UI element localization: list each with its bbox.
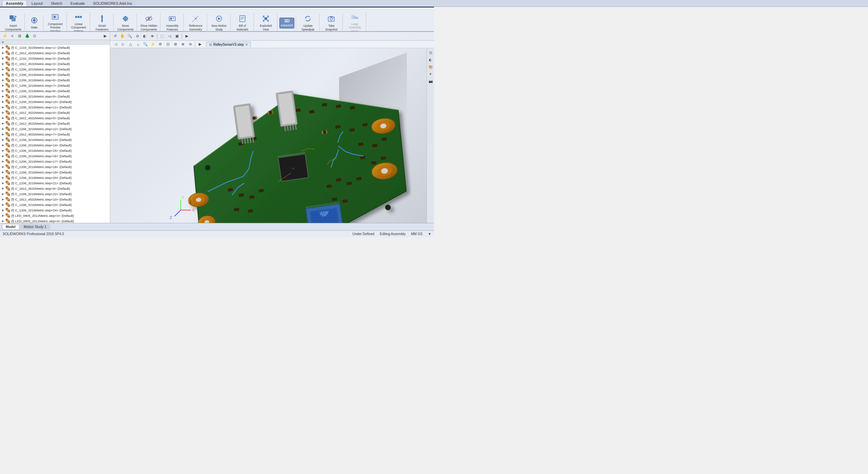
show-hidden-icon xyxy=(145,15,153,23)
tree-item[interactable]: ▶(f) C_1206_3216Metric.step<15> (Default… xyxy=(0,148,110,153)
bottom-tab-model[interactable]: Model xyxy=(2,224,19,230)
tree-item-icon xyxy=(5,148,10,153)
reference-geometry-button[interactable]: Reference Geometry xyxy=(186,14,205,32)
rp-appearance-button[interactable]: 🎨 xyxy=(428,64,434,70)
rp-display-button[interactable]: ◐ xyxy=(428,57,434,63)
tree-item[interactable]: ▶(f) C_1812_4532Metric.step<3> (Default) xyxy=(0,61,110,66)
more-vp-button[interactable]: ▶ xyxy=(197,41,203,48)
statusbar-right: Under Defined Editing Assembly MM GS ▼ xyxy=(353,232,431,236)
bottom-tab-motion-study[interactable]: Motion Study 1 xyxy=(20,224,50,230)
tree-item[interactable]: ▶(f) C_1206_3216Metric.step<10> (Default… xyxy=(0,99,110,104)
view-prev-button[interactable]: ◁ xyxy=(166,33,173,40)
tree-item[interactable]: ▶(f) C_1812_4532Metric.step<5> (Default) xyxy=(0,115,110,121)
tree-item[interactable]: ▶(f) C_1206_3216Metric.step<23> (Default… xyxy=(0,202,110,207)
smart-fasteners-button[interactable]: Smart Fasteners xyxy=(92,14,112,32)
view-orient-button[interactable]: ⬚ xyxy=(159,33,165,40)
instant3d-button[interactable]: 3D Instant3D xyxy=(279,18,294,28)
home-button[interactable]: ⌂ xyxy=(135,41,141,48)
component-preview-button[interactable]: Component Preview Window xyxy=(45,13,65,32)
view-zoom-button[interactable]: 🔍 xyxy=(126,33,133,40)
mate-button[interactable]: Mate xyxy=(27,16,42,30)
sidebar-icon-view-button[interactable]: ⊞ xyxy=(16,33,23,39)
sidebar-tree-button[interactable]: 🌲 xyxy=(24,33,31,39)
view-more-button[interactable]: ▶ xyxy=(183,33,190,40)
back-button[interactable]: ◁ xyxy=(112,41,119,48)
tree-item-icon xyxy=(5,181,10,185)
tree-item[interactable]: ▶(f) C_1206_3216Metric.step<14> (Default… xyxy=(0,142,110,148)
up-button[interactable]: △ xyxy=(127,41,134,48)
tree-item[interactable]: ▶(f) C_1812_4532Metric.step<6> (Default) xyxy=(0,121,110,126)
tree-item[interactable]: ▶(f) C_1210_3225Metric.step<3> (Default) xyxy=(0,56,110,61)
tree-item[interactable]: ▶(f) C_1206_3216Metric.step<24> (Default… xyxy=(0,207,110,213)
show-hidden-button[interactable]: Show Hidden Components xyxy=(139,14,159,32)
update-speedpak-button[interactable]: Update Speedpak xyxy=(298,14,318,32)
tree-item[interactable]: ▶(f) C_1206_3216Metric.step<7> (Default) xyxy=(0,83,110,88)
tree-item[interactable]: ▶(f) C_1206_3216Metric.step<16> (Default… xyxy=(0,153,110,159)
tree-item[interactable]: ▶(f) LED_0805_2012Metric.step<4> (Defaul… xyxy=(0,218,110,223)
tree-item[interactable]: ▶(f) C_1812_4532Metric.step<7> (Default) xyxy=(0,131,110,137)
tree-item[interactable]: ▶(f) C_1206_3216Metric.step<9> (Default) xyxy=(0,94,110,99)
tree-item[interactable]: ▶(f) C_1206_3216Metric.step<13> (Default… xyxy=(0,137,110,142)
tree-item-label: (f) C_1206_3216Metric.step<24> (Default) xyxy=(11,208,72,212)
tree-item[interactable]: ▶(f) C_1206_3216Metric.step<20> (Default… xyxy=(0,175,110,180)
tree-item[interactable]: ▶(f) C_1206_3216Metric.step<5> (Default) xyxy=(0,72,110,77)
tree-item[interactable]: ▶(f) C_1206_3216Metric.step<8> (Default) xyxy=(0,88,110,94)
view-hide-button[interactable]: 👁 xyxy=(149,33,156,40)
view-rotate-button[interactable]: ↺ xyxy=(112,33,118,40)
tree-item[interactable]: ▶(f) C_1206_3216Metric.step<22> (Default… xyxy=(0,191,110,197)
zoom-fit-button[interactable]: ⊡ xyxy=(164,41,171,48)
tree-item[interactable]: ▶(f) C_1206_3216Metric.step<21> (Default… xyxy=(0,180,110,186)
insert-components-button[interactable]: Insert Components xyxy=(3,14,23,32)
pcb-3d-view: IC xyxy=(110,48,434,223)
view-section-button[interactable]: ⊘ xyxy=(134,33,141,40)
tree-item[interactable]: ▶(f) C_1812_4532Metric.step<2> (Default) xyxy=(0,50,110,56)
file-tab[interactable]: ⊞ RidleySenseV3.step ✕ xyxy=(206,42,251,47)
tree-item[interactable]: ▶(f) C_1206_3216Metric.step<18> (Default… xyxy=(0,164,110,169)
snapshot-button[interactable]: Take Snapshot xyxy=(321,14,341,32)
ribbon-group-insert: Insert Components xyxy=(2,14,25,32)
tree-item[interactable]: ▶(f) C_1206_3216Metric.step<6> (Default) xyxy=(0,77,110,83)
filter-vp-button[interactable]: ⚡ xyxy=(150,41,156,48)
forward-button[interactable]: ▷ xyxy=(120,41,126,48)
view-display-button[interactable]: ◐ xyxy=(141,33,148,40)
large-assembly-mode-button[interactable]: Large Assembly Mode xyxy=(345,13,364,32)
tree-item[interactable]: ▶(f) C_1812_4532Metric.step<10> (Default… xyxy=(0,197,110,202)
svg-line-251 xyxy=(284,126,285,131)
sidebar-filter2-button[interactable]: ⊙ xyxy=(31,33,38,39)
tree-item[interactable]: ▶(f) C_1206_3216Metric.step<4> (Default) xyxy=(0,66,110,72)
svg-rect-105 xyxy=(7,149,9,151)
svg-rect-57 xyxy=(7,63,9,65)
exploded-view-button[interactable]: Exploded View xyxy=(256,14,276,32)
view-std-button[interactable]: ▣ xyxy=(174,33,180,40)
rp-scene-button[interactable]: ☀ xyxy=(428,71,434,77)
tree-item[interactable]: ▶(f) C_1206_3216Metric.step<12> (Default… xyxy=(0,126,110,131)
move-components-button[interactable]: Move Components xyxy=(116,14,135,32)
settings-vp-button[interactable]: ⚙ xyxy=(157,41,164,48)
file-tab-close[interactable]: ✕ xyxy=(245,43,248,46)
status-dropdown[interactable]: ▼ xyxy=(428,232,431,236)
viewport[interactable]: ↺ ✋ 🔍 ⊘ ◐ 👁 ⬚ ◁ ▣ ▶ ◁ ▷ △ ⌂ 🔍 ⚡ ⚙ ⊡ ⊞ ⊕ … xyxy=(110,32,434,223)
search-vp-button[interactable]: 🔍 xyxy=(142,41,149,48)
sidebar-filter-button[interactable]: ⚡ xyxy=(1,33,8,39)
assembly-features-button[interactable]: Assembly Features xyxy=(162,14,182,32)
tree-item[interactable]: ▶(f) C_1206_3216Metric.step<17> (Default… xyxy=(0,159,110,164)
zoom-in-button[interactable]: ⊕ xyxy=(179,41,186,48)
tree-item[interactable]: ▶(f) C_1210_3225Metric.step<1> (Default) xyxy=(0,45,110,50)
rp-camera-button[interactable]: 📷 xyxy=(428,78,434,84)
linear-pattern-button[interactable]: Linear Component Pattern xyxy=(69,13,88,32)
tree-item[interactable]: ▶(f) LED_0805_2012Metric.step<3> (Defaul… xyxy=(0,213,110,218)
sidebar-expand-button[interactable]: ▶ xyxy=(102,33,108,39)
tree-item[interactable]: ▶(f) C_1812_4532Metric.step<4> (Default) xyxy=(0,110,110,115)
tree-item[interactable]: ▶(f) C_1206_3216Metric.step<11> (Default… xyxy=(0,104,110,110)
new-motion-study-button[interactable]: New Motion Study xyxy=(209,14,229,32)
tree-item[interactable]: ▶(f) C_1812_4532Metric.step<9> (Default) xyxy=(0,186,110,191)
zoom-sel-button[interactable]: ⊞ xyxy=(172,41,179,48)
tree-item[interactable]: ▶(f) C_1206_3216Metric.step<19> (Default… xyxy=(0,169,110,175)
view-pan-button[interactable]: ✋ xyxy=(119,33,126,40)
bill-of-materials-button[interactable]: Bill of Materials xyxy=(233,14,252,32)
tree-item-icon xyxy=(5,137,10,142)
zoom-out-button[interactable]: ⊖ xyxy=(187,41,194,48)
rp-view-button[interactable]: ⊡ xyxy=(428,49,434,56)
svg-line-254 xyxy=(293,125,293,130)
sidebar-list-view-button[interactable]: ≡ xyxy=(9,33,16,39)
